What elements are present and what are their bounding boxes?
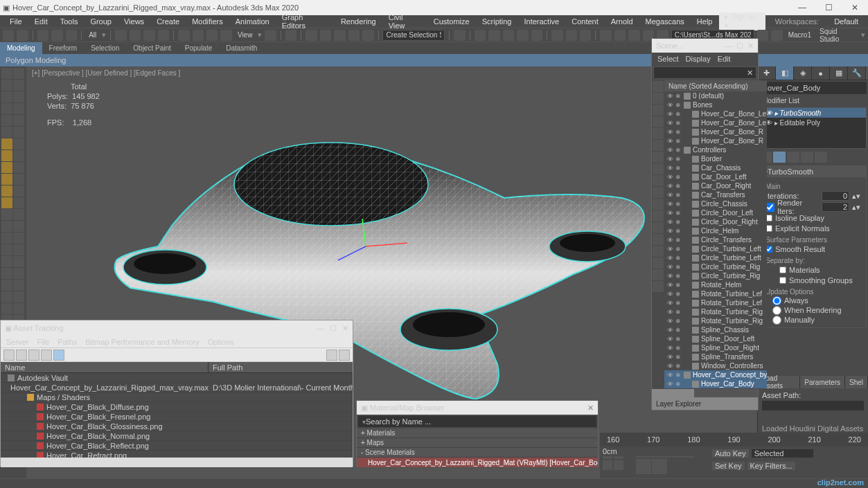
asset-hscrollbar[interactable] <box>1 458 353 467</box>
scene-filter-0[interactable] <box>653 81 664 92</box>
scene-item[interactable]: 👁❄Rotate_Turbine_Rig <box>664 307 767 316</box>
snap-button[interactable] <box>320 30 331 41</box>
asset-menu-bitmap-performance-and-memory[interactable]: Bitmap Performance and Memory <box>85 338 199 346</box>
scene-filter-8[interactable] <box>653 175 664 186</box>
menu-interactive[interactable]: Interactive <box>518 17 565 26</box>
menu-modifiers[interactable]: Modifiers <box>186 17 229 26</box>
left-tool-9-1[interactable] <box>13 174 24 185</box>
left-tool-2-0[interactable] <box>1 91 12 102</box>
left-tool-13-1[interactable] <box>13 221 24 232</box>
scale-button[interactable] <box>206 30 218 41</box>
scene-filter-4[interactable] <box>653 128 664 139</box>
selection-filter[interactable]: All <box>86 31 99 39</box>
asset-tb-1[interactable] <box>3 350 15 361</box>
scene-item[interactable]: 👁❄0 (default) <box>664 91 767 100</box>
asset-name-header[interactable]: Name <box>1 362 209 372</box>
left-tool-12-0[interactable] <box>1 209 12 220</box>
align-button[interactable] <box>475 30 486 41</box>
asset-menu-paths[interactable]: Paths <box>57 338 77 346</box>
scene-item[interactable]: 👁❄Circle_Turbine_Left <box>664 244 767 253</box>
polygon-modeling-label[interactable]: Polygon Modeling <box>6 56 66 64</box>
sep-smoothing-check[interactable] <box>779 277 786 284</box>
asset-menu-server[interactable]: Server <box>6 338 28 346</box>
tb-extra2[interactable] <box>614 30 626 41</box>
scene-filter-6[interactable] <box>653 152 664 163</box>
scene-filter-14[interactable] <box>653 246 664 257</box>
autokey-button[interactable]: Auto Key <box>712 449 749 458</box>
scene-item[interactable]: 👁❄Controllers <box>664 145 767 154</box>
configure-sets-button[interactable] <box>815 152 827 163</box>
scene-filter-3[interactable] <box>653 116 664 127</box>
iterations-spinner[interactable]: 0 <box>822 191 849 201</box>
object-name-field[interactable]: Hover_Car_Body <box>759 82 867 94</box>
asset-menu-file[interactable]: File <box>37 338 49 346</box>
scene-filter-16[interactable] <box>653 269 664 280</box>
scene-filter-15[interactable] <box>653 257 664 269</box>
left-tool-15-0[interactable] <box>1 244 12 255</box>
scene-item[interactable]: 👁❄Circle_Helm <box>664 226 767 235</box>
asset-tb-3[interactable] <box>28 350 39 361</box>
asset-refresh[interactable] <box>326 350 337 361</box>
tb-extra7[interactable] <box>771 30 782 41</box>
macro-label[interactable]: Macro1 <box>786 31 814 39</box>
utilities-tab[interactable]: 🔧 <box>848 66 866 80</box>
menu-animation[interactable]: Animation <box>230 17 275 26</box>
mirror-button[interactable] <box>454 30 465 41</box>
scene-item[interactable]: 👁❄Hover_Car_Bone_Le <box>664 109 767 118</box>
left-tool-3-0[interactable] <box>1 103 12 114</box>
scene-item[interactable]: 👁❄Spline_Chassis <box>664 325 767 334</box>
ribbon-tab-selection[interactable]: Selection <box>84 42 126 54</box>
select-manip-button[interactable] <box>285 30 296 41</box>
scene-item[interactable]: 👁❄Circle_Turbine_Rig <box>664 271 767 280</box>
left-tool-20-0[interactable] <box>1 303 12 314</box>
scene-filter-5[interactable] <box>653 140 664 151</box>
left-tool-10-1[interactable] <box>13 186 24 197</box>
modifier-item[interactable]: 👁 ▸ Editable Poly <box>760 118 866 127</box>
window-crossing-button[interactable] <box>158 30 169 41</box>
left-tool-1-0[interactable] <box>1 80 12 91</box>
left-tool-19-1[interactable] <box>13 291 24 302</box>
scene-item[interactable]: 👁❄Hover_Car_Bone_R <box>664 136 767 145</box>
scene-item[interactable]: 👁❄Circle_Door_Right <box>664 217 767 226</box>
asset-close[interactable]: ✕ <box>342 324 348 333</box>
asset-row[interactable]: Hover_Car_Black_Normal.png <box>1 431 353 441</box>
scene-search-field[interactable]: ✕ <box>653 66 756 79</box>
left-tool-7-0[interactable] <box>1 150 12 161</box>
left-tool-14-1[interactable] <box>13 233 24 244</box>
left-tool-11-0[interactable] <box>1 197 12 208</box>
schematic-button[interactable] <box>517 30 528 41</box>
left-tool-15-1[interactable] <box>13 244 24 255</box>
ribbon-tab-freeform[interactable]: Freeform <box>42 42 85 54</box>
scene-item[interactable]: 👁❄Spline_Transfers <box>664 352 767 361</box>
asset-menu-options[interactable]: Options <box>208 338 234 346</box>
scene-filter-17[interactable] <box>653 281 664 292</box>
scene-item[interactable]: 👁❄Hover_Car_Bone_Le <box>664 118 767 127</box>
scene-item[interactable]: 👁❄Spline_Door_Right <box>664 343 767 352</box>
scene-item[interactable]: 👁❄Hover_Car_Body <box>664 379 767 388</box>
scene-filter-7[interactable] <box>653 163 664 174</box>
scene-item[interactable]: 👁❄Rotate_Turbine_Lef <box>664 289 767 298</box>
left-tool-6-0[interactable] <box>1 138 12 150</box>
scene-item[interactable]: 👁❄Hover_Car_Bone_R <box>664 127 767 136</box>
scene-item[interactable]: 👁❄Spline_Door_Left <box>664 334 767 343</box>
update-always-radio[interactable] <box>772 296 781 305</box>
houdini-tab-shel[interactable]: Shel <box>845 376 868 388</box>
spinner-snap-button[interactable] <box>362 30 373 41</box>
modify-tab[interactable]: ◧ <box>776 66 794 80</box>
left-tool-13-0[interactable] <box>1 221 12 232</box>
menu-edit[interactable]: Edit <box>29 17 53 26</box>
asset-row[interactable]: Hover_Car_Concept_by_Lazzarini_Rigged_ma… <box>1 383 353 392</box>
scene-material-item[interactable]: Hover_Car_Concept_by_Lazzarini_Rigged_Ma… <box>357 458 598 467</box>
hierarchy-tab[interactable]: ◈ <box>794 66 812 80</box>
left-tool-19-0[interactable] <box>1 291 12 302</box>
clear-search-icon[interactable]: ✕ <box>747 69 753 78</box>
squid-label[interactable]: Squid Studio <box>817 28 858 43</box>
houdini-tab-parameters[interactable]: Parameters <box>800 376 845 388</box>
scene-item[interactable]: 👁❄Rotate_Turbine_Lef <box>664 298 767 307</box>
left-tool-8-0[interactable] <box>1 162 12 173</box>
scene-item[interactable]: 👁❄Car_Transfers <box>664 190 767 199</box>
select-name-button[interactable] <box>130 30 141 41</box>
scene-column-header[interactable]: Name (Sorted Ascending) <box>664 80 767 91</box>
asset-row[interactable]: Hover_Car_Black_Glossiness.png <box>1 422 353 431</box>
scene-filter-13[interactable] <box>653 234 664 245</box>
